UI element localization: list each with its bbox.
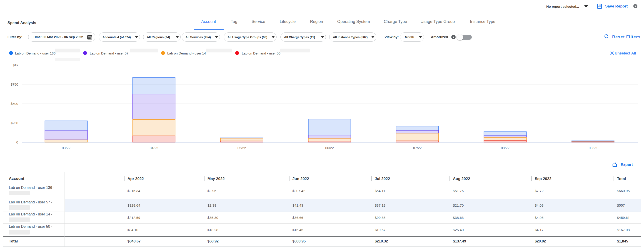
svg-text:06/22: 06/22 — [325, 146, 334, 150]
svg-text:$250: $250 — [11, 121, 18, 125]
svg-text:03/22: 03/22 — [62, 146, 70, 150]
svg-text:08/22: 08/22 — [501, 146, 510, 150]
svg-text:$750: $750 — [11, 82, 18, 86]
svg-text:04/22: 04/22 — [150, 146, 158, 150]
svg-text:$1k: $1k — [13, 63, 18, 67]
svg-text:0: 0 — [16, 140, 18, 144]
svg-text:09/22: 09/22 — [589, 146, 598, 150]
svg-text:07/22: 07/22 — [413, 146, 422, 150]
svg-text:$500: $500 — [11, 102, 18, 106]
svg-text:05/22: 05/22 — [238, 146, 246, 150]
